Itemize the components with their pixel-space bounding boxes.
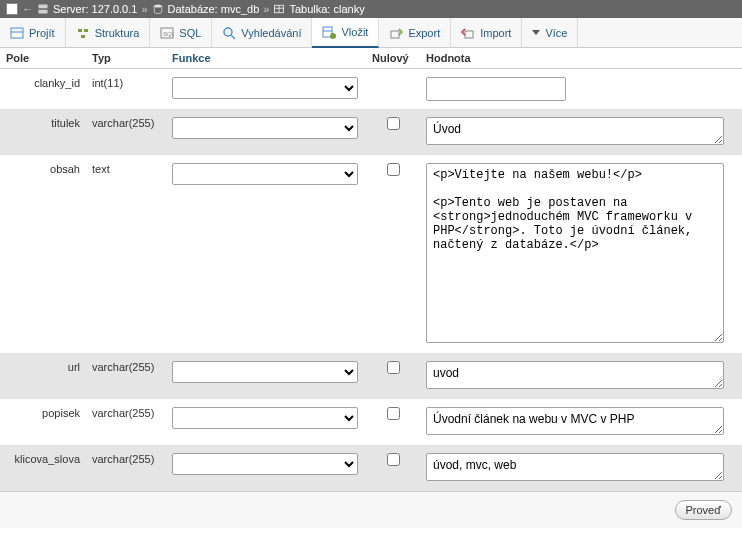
value-textarea[interactable] [426,163,724,343]
field-name: url [0,359,86,375]
null-checkbox[interactable] [387,407,400,420]
svg-rect-9 [84,29,88,32]
svg-rect-0 [39,5,48,9]
field-type: varchar(255) [86,359,166,375]
field-type: varchar(255) [86,115,166,131]
tab-insert-label: Vložit [341,26,368,38]
table-icon [273,3,285,15]
value-textarea[interactable] [426,361,724,389]
field-name: popisek [0,405,86,421]
value-input[interactable] [426,77,566,101]
svg-point-13 [224,28,232,36]
breadcrumb-database[interactable]: Databáze: mvc_db [168,3,260,15]
function-select[interactable] [172,77,358,99]
value-textarea[interactable] [426,453,724,481]
null-checkbox[interactable] [387,361,400,374]
tab-import-label: Import [480,27,511,39]
tab-browse[interactable]: Projít [0,18,66,47]
structure-icon [76,26,90,40]
submit-button[interactable]: Proveď [675,500,733,520]
null-checkbox[interactable] [387,453,400,466]
field-name: clanky_id [0,75,86,91]
header-value: Hodnota [420,48,742,68]
sql-icon: SQL [160,26,174,40]
table-row: obsahtext [0,155,742,353]
column-headers: Pole Typ Funkce Nulový Hodnota [0,48,742,69]
tab-export-label: Export [408,27,440,39]
breadcrumb-server[interactable]: Server: 127.0.0.1 [53,3,137,15]
table-row: clanky_idint(11) [0,69,742,109]
svg-rect-1 [39,10,48,14]
function-select[interactable] [172,407,358,429]
svg-rect-19 [465,31,473,38]
function-select[interactable] [172,163,358,185]
table-row: urlvarchar(255) [0,353,742,399]
tab-bar: Projít Struktura SQL SQL Vyhledávání Vlo… [0,18,742,48]
function-select[interactable] [172,453,358,475]
tab-search-label: Vyhledávání [241,27,301,39]
field-name: klicova_slova [0,451,86,467]
insert-icon [322,25,336,39]
tab-search[interactable]: Vyhledávání [212,18,312,47]
svg-point-2 [154,5,162,8]
export-icon [389,26,403,40]
table-row: popisekvarchar(255) [0,399,742,445]
svg-line-14 [231,35,235,39]
tab-sql[interactable]: SQL SQL [150,18,212,47]
field-name: obsah [0,161,86,177]
header-type: Typ [86,48,166,68]
field-type: int(11) [86,75,166,91]
value-textarea[interactable] [426,407,724,435]
table-row: titulekvarchar(255) [0,109,742,155]
tab-structure[interactable]: Struktura [66,18,151,47]
import-icon [461,26,475,40]
tab-export[interactable]: Export [379,18,451,47]
svg-rect-18 [391,31,399,38]
null-checkbox[interactable] [387,163,400,176]
database-icon [152,3,164,15]
svg-rect-6 [11,28,23,38]
function-select[interactable] [172,361,358,383]
tab-structure-label: Struktura [95,27,140,39]
search-icon [222,26,236,40]
breadcrumb: ← Server: 127.0.0.1 » Databáze: mvc_db »… [0,0,742,18]
header-function[interactable]: Funkce [172,52,211,64]
tab-sql-label: SQL [179,27,201,39]
server-icon [37,3,49,15]
tab-more[interactable]: Více [522,18,578,47]
tab-more-label: Více [545,27,567,39]
chevron-down-icon [532,30,540,35]
row-selector-checkbox[interactable] [6,3,18,15]
header-field: Pole [0,48,86,68]
field-type: varchar(255) [86,451,166,467]
svg-text:SQL: SQL [163,31,174,37]
header-null: Nulový [366,48,420,68]
field-name: titulek [0,115,86,131]
table-row: klicova_slovavarchar(255) [0,445,742,491]
tab-browse-label: Projít [29,27,55,39]
field-type: text [86,161,166,177]
null-checkbox[interactable] [387,117,400,130]
tab-insert[interactable]: Vložit [312,18,379,48]
tab-import[interactable]: Import [451,18,522,47]
function-select[interactable] [172,117,358,139]
svg-rect-8 [78,29,82,32]
breadcrumb-table[interactable]: Tabulka: clanky [289,3,364,15]
svg-point-17 [330,33,336,39]
field-type: varchar(255) [86,405,166,421]
footer-actions: Proveď [0,491,742,528]
browse-icon [10,26,24,40]
value-textarea[interactable] [426,117,724,145]
svg-rect-10 [81,35,85,38]
